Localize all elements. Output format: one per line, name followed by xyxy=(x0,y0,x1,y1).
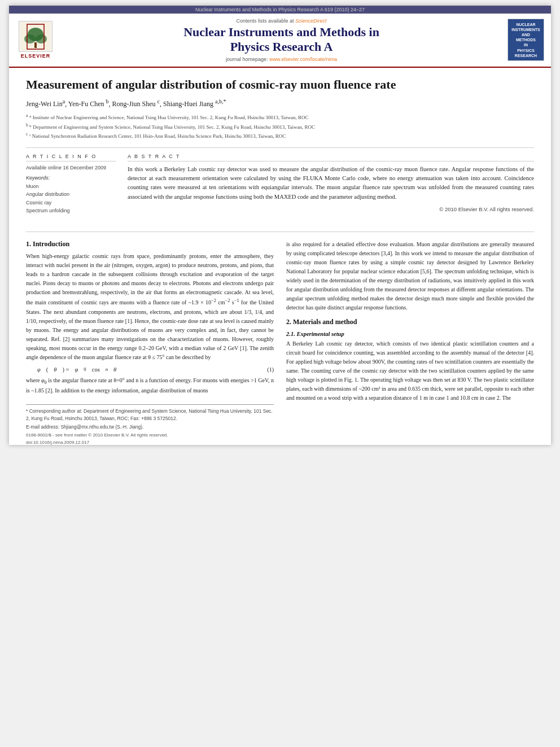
content-area: Measurement of angular distribution of c… xyxy=(9,68,551,224)
journal-homepage-link[interactable]: www.elsevier.com/locate/nima xyxy=(269,56,337,62)
section1-right-para1: is also required for a detailed effectiv… xyxy=(286,240,534,312)
journal-title-block: Contents lists available at ScienceDirec… xyxy=(61,18,502,62)
article-title: Measurement of angular distribution of c… xyxy=(26,77,534,93)
affiliation-c: c ᶜ National Synchrotron Radiation Resea… xyxy=(26,131,534,141)
elsevier-label: ELSEVIER xyxy=(21,53,51,59)
section1-para2: where φ0 is the angular fluence rate at … xyxy=(26,376,274,395)
abstract-panel: A B S T R A C T In this work a Berkeley … xyxy=(128,154,534,215)
top-bar: Nuclear Instruments and Methods in Physi… xyxy=(9,6,551,14)
section2-1-text: A Berkeley Lab cosmic ray detector, whic… xyxy=(286,339,534,403)
section1-title: 1. Introduction xyxy=(26,240,274,248)
svg-rect-4 xyxy=(34,42,37,48)
elsevier-logo: ELSEVIER xyxy=(16,21,55,59)
email-note: E-mail address: Shjiang@mx.nthu.edu.tw (… xyxy=(26,423,274,431)
article-info-heading: A R T I C L E I N F O xyxy=(26,154,116,161)
section1-para1: When high-energy galactic cosmic rays fr… xyxy=(26,252,274,361)
journal-main-title: Nuclear Instruments and Methods in Physi… xyxy=(61,25,502,55)
body-columns: 1. Introduction When high-energy galacti… xyxy=(9,240,551,445)
page: Nuclear Instruments and Methods in Physi… xyxy=(9,6,551,445)
journal-citation: Nuclear Instruments and Methods in Physi… xyxy=(195,7,365,12)
footer-issn: 0168-9002/$ - see front matter © 2010 El… xyxy=(26,433,274,438)
authors-line: Jeng-Wei Lina, Yen-Fu Chen b, Rong-Jiun … xyxy=(26,97,534,109)
sciencedirect-link[interactable]: ScienceDirect xyxy=(295,18,327,24)
affiliation-b: b ᵇ Department of Engineering and System… xyxy=(26,122,534,132)
footnote-area: * Corresponding author at: Department of… xyxy=(26,404,274,430)
section-divider xyxy=(26,231,534,232)
keyword-3: Cosmic ray xyxy=(26,199,116,207)
elsevier-tree-icon xyxy=(19,21,53,52)
body-left-col: 1. Introduction When high-energy galacti… xyxy=(26,240,274,445)
keyword-1: Muon xyxy=(26,182,116,190)
section2-1-title: 2.1. Experimental setup xyxy=(286,331,534,337)
article-info-panel: A R T I C L E I N F O Available online 1… xyxy=(26,154,116,215)
info-abstract-row: A R T I C L E I N F O Available online 1… xyxy=(26,147,534,215)
journal-header: ELSEVIER Contents lists available at Sci… xyxy=(9,14,551,68)
equation-1: φ(θ) = φ0 cosn θ (1) xyxy=(37,366,274,373)
keywords-list: Muon Angular distribution Cosmic ray Spe… xyxy=(26,182,116,215)
corresponding-author-note: * Corresponding author at: Department of… xyxy=(26,408,274,422)
affiliation-a: a ᵃ Institute of Nuclear Engineering and… xyxy=(26,112,534,122)
keyword-4: Spectrum unfolding xyxy=(26,207,116,215)
section2-title: 2. Materials and method xyxy=(286,318,534,326)
affiliations: a ᵃ Institute of Nuclear Engineering and… xyxy=(26,112,534,141)
svg-point-2 xyxy=(24,34,36,43)
copyright-line: © 2010 Elsevier B.V. All rights reserved… xyxy=(128,206,534,212)
abstract-text: In this work a Berkeley Lab cosmic ray d… xyxy=(128,165,534,202)
keyword-2: Angular distribution xyxy=(26,190,116,198)
svg-point-3 xyxy=(36,34,47,43)
sciencedirect-line: Contents lists available at ScienceDirec… xyxy=(61,18,502,24)
journal-homepage: journal homepage: www.elsevier.com/locat… xyxy=(61,56,502,62)
available-online: Available online 16 December 2009 xyxy=(26,165,116,171)
keywords-label: Keywords: xyxy=(26,175,116,181)
body-right-col: is also required for a detailed effectiv… xyxy=(286,240,534,445)
journal-thumbnail: NUCLEAR INSTRUMENTS AND METHODS IN PHYSI… xyxy=(508,19,544,61)
footer-doi: doi:10.1016/j.nima.2009.12.017 xyxy=(26,440,274,445)
abstract-heading: A B S T R A C T xyxy=(128,154,534,161)
